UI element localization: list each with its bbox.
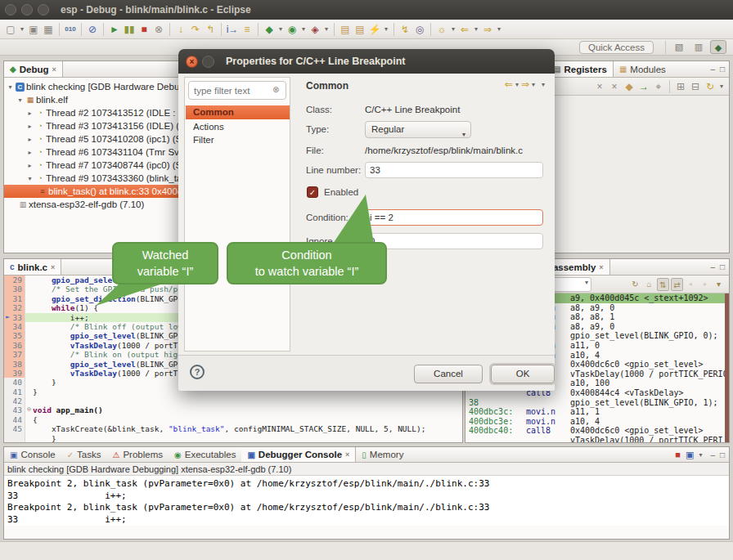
coverage-caret-icon[interactable]: ▾ bbox=[323, 22, 330, 37]
tab-memory[interactable]: ▯ Memory bbox=[356, 447, 409, 462]
close-icon[interactable]: × bbox=[51, 263, 55, 271]
skip-breakpoints-icon[interactable]: ⊘ bbox=[86, 22, 99, 37]
flash-caret-icon[interactable]: ▾ bbox=[383, 22, 389, 37]
disconnect-icon[interactable]: ⊗ bbox=[152, 22, 165, 37]
line-number[interactable]: 40 bbox=[4, 378, 25, 387]
tab-registers[interactable]: ▤ Registers bbox=[547, 61, 614, 77]
maximize-icon[interactable]: □ bbox=[720, 450, 725, 459]
back-caret-icon[interactable]: ▾ bbox=[473, 22, 479, 37]
cpp-perspective-icon[interactable]: ▥ bbox=[690, 40, 707, 54]
chevron-down-icon[interactable]: ▾ bbox=[25, 175, 34, 182]
view-menu-icon[interactable]: ▾ bbox=[542, 81, 545, 88]
tab-executables[interactable]: ◉ Executables bbox=[169, 447, 241, 462]
refresh-icon[interactable]: ↻ bbox=[629, 278, 641, 291]
terminate-console-icon[interactable]: ■ bbox=[675, 450, 681, 459]
instruction-step-icon[interactable]: i→ bbox=[226, 22, 239, 37]
step-into-icon[interactable]: ↓ bbox=[174, 22, 187, 37]
line-number[interactable]: 29 bbox=[4, 276, 25, 284]
new-wizard-icon[interactable]: ▢ bbox=[4, 22, 17, 37]
step-over-icon[interactable]: ↷ bbox=[189, 22, 202, 37]
tab-debugger-console[interactable]: ▣ Debugger Console × bbox=[241, 447, 356, 462]
combo-caret-icon[interactable]: ▾ bbox=[585, 279, 588, 286]
line-number[interactable]: 37 bbox=[4, 350, 25, 359]
open-perspective-icon[interactable]: ▧ bbox=[671, 40, 687, 54]
minimize-icon[interactable]: – bbox=[710, 65, 715, 74]
binary-icon[interactable]: 010 bbox=[64, 22, 77, 37]
line-number[interactable]: 44 bbox=[4, 415, 25, 424]
breakpoint-icon[interactable]: ► bbox=[6, 313, 10, 320]
home-icon[interactable]: ⌂ bbox=[643, 278, 655, 291]
run-caret-icon[interactable]: ▾ bbox=[300, 22, 307, 37]
line-number[interactable]: 38 bbox=[4, 360, 25, 369]
enabled-checkbox[interactable]: ✓ bbox=[307, 186, 318, 198]
chevron-down-icon[interactable]: ▾ bbox=[16, 96, 25, 104]
line-number[interactable]: 31 bbox=[4, 294, 25, 303]
line-number[interactable]: 32 bbox=[4, 303, 25, 312]
run-icon[interactable]: ◉ bbox=[286, 22, 299, 37]
flash-icon[interactable]: ⚡ bbox=[368, 22, 381, 37]
track-expression-icon[interactable]: ⇄ bbox=[671, 278, 683, 291]
step-return-icon[interactable]: ↰ bbox=[204, 22, 217, 37]
close-icon[interactable]: × bbox=[345, 450, 349, 459]
fold-icon[interactable]: ⊖ bbox=[25, 405, 33, 414]
display-console-icon[interactable]: ▣ bbox=[686, 450, 694, 460]
dialog-menu-button[interactable] bbox=[202, 56, 214, 68]
line-number[interactable]: 34 bbox=[4, 322, 25, 331]
goto-icon[interactable]: → bbox=[637, 79, 650, 94]
type-dropdown[interactable]: Regular ▾ bbox=[365, 121, 471, 138]
ok-button[interactable]: OK bbox=[491, 365, 555, 383]
line-number[interactable]: 39 bbox=[4, 369, 25, 378]
maximize-icon[interactable]: □ bbox=[720, 262, 725, 271]
cancel-button[interactable]: Cancel bbox=[414, 365, 483, 383]
close-icon[interactable]: × bbox=[599, 263, 603, 271]
new-view-icon[interactable]: ▫ bbox=[685, 278, 697, 291]
lightning-icon[interactable]: ↯ bbox=[398, 22, 411, 37]
forward-icon[interactable]: ⇒ bbox=[521, 78, 529, 90]
tab-modules[interactable]: ▦ Modules bbox=[614, 61, 672, 77]
line-number[interactable]: 43 bbox=[4, 405, 25, 414]
pin-icon[interactable]: ⌖ bbox=[652, 79, 665, 94]
tab-blink-c[interactable]: c blink.c × bbox=[4, 259, 61, 275]
help-icon[interactable]: ? bbox=[190, 365, 205, 379]
save-icon[interactable]: ▣ bbox=[27, 22, 40, 37]
line-number[interactable]: 36 bbox=[4, 341, 25, 350]
back-icon[interactable]: ⇐ bbox=[505, 78, 513, 90]
nav-item-common[interactable]: Common bbox=[186, 105, 290, 119]
filter-clear-icon[interactable]: ⊗ bbox=[272, 85, 279, 94]
highlight-icon[interactable]: ☼ bbox=[435, 22, 448, 37]
close-icon[interactable]: × bbox=[52, 65, 56, 74]
highlight-caret-icon[interactable]: ▾ bbox=[450, 22, 456, 37]
debug-icon[interactable]: ◆ bbox=[263, 22, 276, 37]
scrollbar[interactable] bbox=[725, 293, 729, 442]
forward-icon[interactable]: ⇒ bbox=[481, 22, 494, 37]
expand-all-icon[interactable]: ⊞ bbox=[674, 79, 687, 94]
add-register-group-icon[interactable]: ◆ bbox=[623, 79, 636, 94]
window-maximize-button[interactable] bbox=[38, 4, 49, 16]
refresh-icon[interactable]: ↻ bbox=[704, 79, 717, 94]
quick-access-button[interactable]: Quick Access bbox=[579, 41, 654, 54]
step-filters-icon[interactable]: ≡ bbox=[241, 22, 254, 37]
line-number[interactable]: 41 bbox=[4, 388, 25, 396]
console-output[interactable]: Breakpoint 2, blink_task (pvParameter=0x… bbox=[4, 476, 729, 526]
chevron-right-icon[interactable]: ▸ bbox=[25, 110, 34, 117]
condition-field[interactable] bbox=[365, 209, 543, 226]
back-caret-icon[interactable]: ▾ bbox=[515, 81, 519, 88]
back-icon[interactable]: ⇐ bbox=[458, 22, 471, 37]
save-all-icon[interactable]: ▦ bbox=[42, 22, 55, 37]
tab-console[interactable]: ▣ Console bbox=[4, 447, 61, 462]
collapse-all-icon[interactable]: ⊟ bbox=[689, 79, 702, 94]
chevron-right-icon[interactable]: ▸ bbox=[25, 149, 34, 156]
line-number-field[interactable] bbox=[365, 162, 543, 178]
window-close-button[interactable] bbox=[5, 4, 16, 16]
chevron-down-icon[interactable]: ▾ bbox=[6, 83, 15, 91]
line-number[interactable]: 35 bbox=[4, 331, 25, 340]
nav-item-actions[interactable]: Actions bbox=[186, 120, 290, 134]
pin-view-icon[interactable]: ▫ bbox=[699, 278, 711, 291]
coverage-icon[interactable]: ◈ bbox=[308, 22, 322, 37]
debug-caret-icon[interactable]: ▾ bbox=[277, 22, 284, 37]
remove-register-group-icon[interactable]: × bbox=[593, 79, 606, 94]
line-number[interactable]: 42 bbox=[4, 396, 25, 405]
forward-caret-icon[interactable]: ▾ bbox=[532, 81, 535, 88]
new-wizard-caret-icon[interactable]: ▾ bbox=[19, 22, 25, 37]
dialog-close-button[interactable]: × bbox=[186, 56, 198, 68]
